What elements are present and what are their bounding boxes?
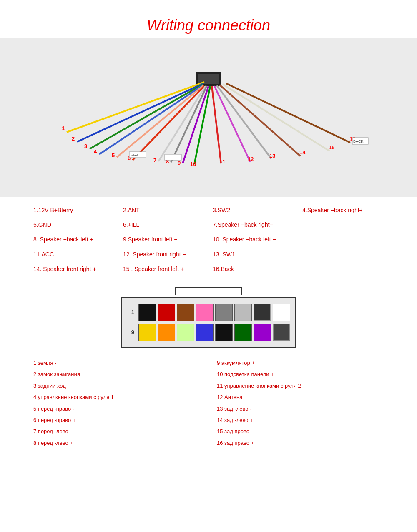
svg-text:10: 10 (190, 161, 196, 167)
svg-text:12: 12 (248, 156, 254, 162)
labels-section: 1 земля - 9 аккумлятор + 2 замок зажиган… (0, 352, 417, 454)
svg-text:14: 14 (299, 149, 306, 156)
ru-label-9: 9 аккумлятор + (217, 358, 384, 368)
ru-label-5: 5 перед -право - (33, 404, 200, 414)
ru-label-6: 6 перед -право + (33, 415, 200, 425)
pin-6: 6.+ILL (123, 220, 204, 230)
ru-label-4: 4 управлкние кнопками с руля 1 (33, 392, 200, 402)
ru-label-10: 10 подсветка панели + (217, 369, 384, 379)
color-sq-6 (234, 304, 252, 321)
color-sq-10 (158, 324, 175, 341)
ru-label-12: 12 Антена (217, 392, 384, 402)
svg-text:13: 13 (269, 153, 275, 159)
svg-text:4: 4 (94, 148, 97, 155)
ru-label-14: 14 зад -лево + (217, 415, 384, 425)
pin-8: 8. Speaker −back left + (33, 234, 115, 245)
color-sq-2 (158, 304, 175, 321)
connector-box: 1 9 (121, 297, 296, 348)
ru-label-7: 7 перед -лево - (33, 427, 200, 436)
color-sq-11 (177, 324, 194, 341)
connector-bracket (175, 287, 242, 295)
connector-row-2: 9 (127, 324, 290, 341)
svg-rect-0 (0, 38, 417, 197)
ru-label-15: 15 зад прово - (217, 427, 384, 436)
pin-12: 12. Speaker front right − (123, 249, 204, 260)
pin-5: 5.GND (33, 220, 115, 230)
svg-text:11: 11 (219, 158, 225, 165)
svg-text:7: 7 (153, 157, 156, 163)
ru-label-13: 13 зад -лево - (217, 404, 384, 414)
pin-2: 2.ANT (123, 205, 204, 216)
pin-11: 11.ACC (33, 249, 115, 260)
pin-3: 3.SW2 (213, 205, 294, 216)
ru-label-11: 11 управление кнопками с руля 2 (217, 381, 384, 391)
pin-15: 15 . Speaker front left + (123, 264, 204, 274)
connector-section: 1 9 (0, 283, 417, 352)
ru-label-16: 16 зад право + (217, 438, 384, 448)
ru-label-2: 2 замок зажигания + (33, 369, 200, 379)
pin-16: 16.Back (213, 264, 294, 274)
svg-text:1: 1 (62, 125, 65, 131)
row-label-2: 9 (127, 329, 134, 335)
svg-text:3: 3 (84, 143, 87, 149)
pin-10: 10. Speaker −back left − (213, 234, 294, 245)
color-sq-1 (138, 304, 156, 321)
row-label-1: 1 (127, 309, 134, 315)
pin-4: 4.Speaker −back right+ (302, 205, 384, 216)
color-sq-8 (273, 304, 290, 321)
svg-rect-39 (165, 154, 181, 160)
svg-text:9: 9 (178, 160, 181, 166)
svg-text:2: 2 (72, 136, 75, 142)
pin-1: 1.12V B+Bterry (33, 205, 115, 216)
pin-9: 9.Speaker front left − (123, 234, 204, 245)
ru-label-3: 3 задний ход (33, 381, 200, 391)
color-sq-14 (234, 324, 252, 341)
connector-row-1: 1 (127, 304, 290, 321)
color-sq-12 (196, 324, 214, 341)
pin-descriptions: 1.12V B+Bterry 2.ANT 3.SW2 4.Speaker −ba… (0, 197, 417, 283)
svg-text:BACK: BACK (353, 139, 364, 143)
ru-label-1: 1 земля - (33, 358, 200, 368)
page-title: Writing connection (0, 17, 417, 34)
color-sq-5 (215, 304, 233, 321)
wire-diagram: 1 2 3 4 5 6 7 8 9 (0, 38, 417, 197)
color-sq-4 (196, 304, 214, 321)
ru-label-8: 8 перед -лево + (33, 438, 200, 448)
pin-14: 14. Speaker front right + (33, 264, 115, 274)
color-sq-3 (177, 304, 194, 321)
svg-text:label: label (131, 153, 138, 157)
pin-13: 13. SW1 (213, 249, 294, 260)
pin-7: 7.Speaker −back right− (213, 220, 294, 230)
color-sq-7 (254, 304, 271, 321)
svg-text:5: 5 (112, 152, 115, 158)
color-sq-15 (254, 324, 271, 341)
color-sq-9 (138, 324, 156, 341)
svg-text:15: 15 (329, 144, 334, 151)
color-sq-13 (215, 324, 233, 341)
color-sq-16 (273, 324, 290, 341)
